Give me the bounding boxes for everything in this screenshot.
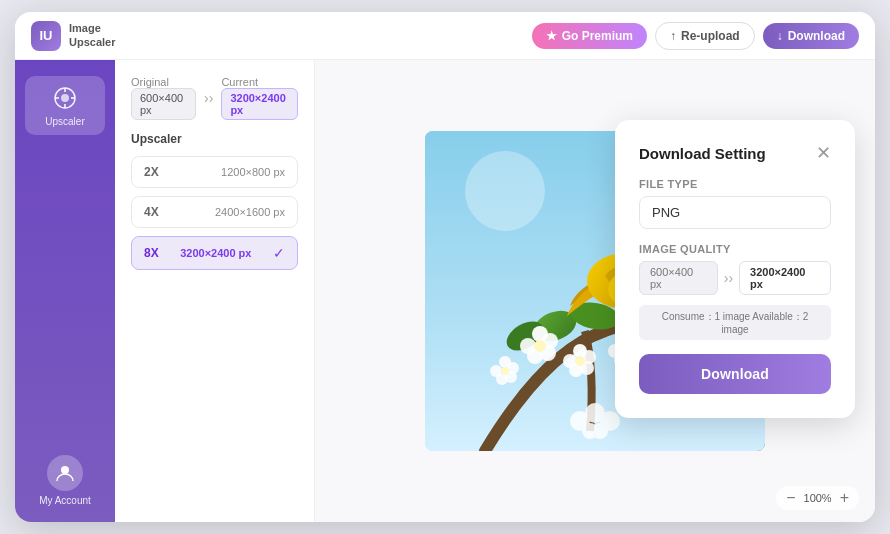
sidebar-item-upscaler[interactable]: Upscaler xyxy=(25,76,105,135)
zoom-bar: − 100% + xyxy=(776,486,859,510)
star-icon: ★ xyxy=(546,29,557,43)
upscaler-icon xyxy=(51,84,79,112)
download-modal: Download Setting ✕ File Type PNG Image Q… xyxy=(615,120,855,418)
quality-arrow-icon: ›› xyxy=(724,270,733,286)
zoom-in-button[interactable]: + xyxy=(840,490,849,506)
svg-point-6 xyxy=(61,466,69,474)
upscale-option-4x[interactable]: 4X 2400×1600 px xyxy=(131,196,298,228)
header-download-button[interactable]: ↓ Download xyxy=(763,23,859,49)
upload-icon: ↑ xyxy=(670,29,676,43)
quality-from: 600×400 px xyxy=(639,261,718,295)
svg-point-26 xyxy=(563,354,577,368)
size-row: Original 600×400 px ›› Current 3200×2400… xyxy=(131,76,298,120)
main-area: Upscaler My Account Original 600×400 px xyxy=(15,60,875,522)
svg-point-21 xyxy=(534,340,546,352)
modal-header: Download Setting ✕ xyxy=(639,144,831,162)
modal-close-button[interactable]: ✕ xyxy=(816,144,831,162)
file-type-value[interactable]: PNG xyxy=(639,196,831,229)
upscale-option-8x[interactable]: 8X 3200×2400 px ✓ xyxy=(131,236,298,270)
logo-area: IU Image Upscaler xyxy=(31,21,131,51)
original-label: Original xyxy=(131,76,196,88)
svg-point-38 xyxy=(490,365,502,377)
left-panel: Original 600×400 px ›› Current 3200×2400… xyxy=(115,60,315,522)
logo-icon: IU xyxy=(31,21,61,51)
image-quality-label: Image Quality xyxy=(639,243,831,255)
sidebar: Upscaler My Account xyxy=(15,60,115,522)
logo-text: Image Upscaler xyxy=(69,22,115,48)
reupload-button[interactable]: ↑ Re-upload xyxy=(655,22,755,50)
account-icon xyxy=(47,455,83,491)
titlebar: IU Image Upscaler ★ Go Premium ↑ Re-uplo… xyxy=(15,12,875,60)
check-icon: ✓ xyxy=(273,245,285,261)
svg-point-8 xyxy=(465,151,545,231)
zoom-level: 100% xyxy=(804,492,832,504)
upscaler-section-title: Upscaler xyxy=(131,132,298,146)
svg-point-27 xyxy=(575,356,585,366)
image-area: − 100% + Download Setting ✕ File Type PN… xyxy=(315,60,875,522)
svg-point-39 xyxy=(501,367,509,375)
original-size-badge: 600×400 px xyxy=(131,88,196,120)
titlebar-actions: ★ Go Premium ↑ Re-upload ↓ Download xyxy=(532,22,859,50)
premium-button[interactable]: ★ Go Premium xyxy=(532,23,647,49)
quality-to: 3200×2400 px xyxy=(739,261,831,295)
current-size-badge: 3200×2400 px xyxy=(221,88,298,120)
quality-row: 600×400 px ›› 3200×2400 px xyxy=(639,261,831,295)
modal-download-button[interactable]: Download xyxy=(639,354,831,394)
consume-info: Consume：1 image Available：2 image xyxy=(639,305,831,340)
arrow-right-icon: ›› xyxy=(204,90,213,106)
app-window: IU Image Upscaler ★ Go Premium ↑ Re-uplo… xyxy=(15,12,875,522)
current-label: Current xyxy=(221,76,298,88)
svg-point-20 xyxy=(520,338,536,354)
file-type-label: File Type xyxy=(639,178,831,190)
zoom-out-button[interactable]: − xyxy=(786,490,795,506)
sidebar-account[interactable]: My Account xyxy=(39,455,91,506)
modal-title: Download Setting xyxy=(639,145,766,162)
svg-point-1 xyxy=(61,94,69,102)
download-icon: ↓ xyxy=(777,29,783,43)
svg-point-50 xyxy=(582,423,598,439)
upscale-option-2x[interactable]: 2X 1200×800 px xyxy=(131,156,298,188)
